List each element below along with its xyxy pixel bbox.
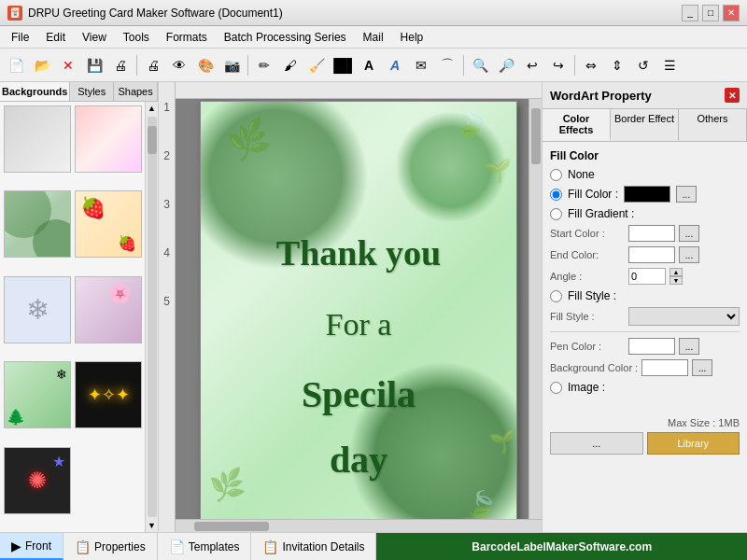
menu-edit[interactable]: Edit: [38, 29, 73, 46]
menu-tools[interactable]: Tools: [116, 29, 157, 46]
curve-button[interactable]: ⌒: [435, 53, 459, 77]
menu-batch[interactable]: Batch Processing Series: [217, 29, 354, 46]
radio-fill-color[interactable]: [550, 189, 562, 201]
rotate-button[interactable]: ↺: [631, 53, 655, 77]
barcode-button[interactable]: ▐█▌: [331, 53, 355, 77]
pen-color-swatch[interactable]: [628, 338, 675, 355]
end-color-swatch[interactable]: [628, 246, 675, 263]
wordart-button[interactable]: A: [383, 53, 407, 77]
status-tab-invitation[interactable]: 📋 Invitation Details: [251, 533, 376, 560]
import-button[interactable]: 📷: [219, 53, 244, 77]
canvas-area: 12345 🌿 🍃 🌱 🌿 🍃 🌱 Thank you For a Specil…: [159, 82, 542, 532]
bg-color-dots-button[interactable]: ...: [692, 359, 712, 376]
brush-button[interactable]: 🖌: [278, 53, 303, 77]
canvas-vscrollbar[interactable]: [529, 99, 542, 519]
tab-others[interactable]: Others: [679, 109, 747, 141]
radio-fill-style-label: Fill Style :: [568, 289, 616, 302]
zoom-out-button[interactable]: 🔎: [494, 53, 518, 77]
panel-thumbnails: 🍓 🍓 ❄ 🌸 🌲 ❄ ✦✧✦ ✺ ★: [0, 102, 145, 532]
open-button[interactable]: 📂: [30, 53, 54, 77]
thumb-1[interactable]: [4, 105, 71, 173]
thumb-6[interactable]: 🌸: [75, 276, 142, 343]
fill-color-dots-button[interactable]: ...: [676, 186, 697, 203]
start-color-swatch[interactable]: [628, 225, 675, 242]
radio-none[interactable]: [550, 169, 562, 181]
minimize-button[interactable]: _: [682, 5, 698, 21]
status-tab-front[interactable]: ▶ Front: [0, 533, 63, 560]
bg-color-swatch[interactable]: [641, 359, 688, 376]
status-tab-templates[interactable]: 📄 Templates: [158, 533, 252, 560]
tab-styles[interactable]: Styles: [70, 82, 114, 101]
end-color-dots-button[interactable]: ...: [679, 246, 699, 263]
eraser-button[interactable]: 🧹: [304, 53, 329, 77]
greeting-card[interactable]: 🌿 🍃 🌱 🌿 🍃 🌱 Thank you For a Specila day: [200, 101, 517, 530]
pen-color-dots-button[interactable]: ...: [679, 338, 699, 355]
angle-up-button[interactable]: ▲: [669, 268, 683, 276]
text-button[interactable]: A: [357, 53, 381, 77]
tab-border-effect[interactable]: Border Effect: [611, 109, 679, 141]
angle-down-button[interactable]: ▼: [669, 276, 683, 285]
design-button[interactable]: 🎨: [193, 53, 218, 77]
fill-style-select[interactable]: [628, 307, 740, 326]
right-panel-tabs: Color Effects Border Effect Others: [543, 109, 747, 142]
menu-formats[interactable]: Formats: [159, 29, 215, 46]
flip-h-button[interactable]: ⇔: [579, 53, 603, 77]
close-button[interactable]: ✕: [723, 5, 740, 21]
wordart-property-title: WordArt Property: [550, 89, 652, 103]
redo-button[interactable]: ↪: [546, 53, 571, 77]
thumb-9[interactable]: ✺ ★: [4, 447, 71, 514]
menu-help[interactable]: Help: [393, 29, 431, 46]
toolbar-sep1: [136, 55, 137, 76]
save-as-button[interactable]: 🖨: [108, 53, 133, 77]
undo-button[interactable]: ↩: [520, 53, 544, 77]
scroll-down-arrow[interactable]: ▼: [146, 519, 158, 532]
thumb-8[interactable]: ✦✧✦: [75, 361, 142, 428]
radio-fill-style[interactable]: [550, 290, 562, 302]
tab-shapes[interactable]: Shapes: [114, 82, 158, 101]
radio-image-label: Image :: [568, 381, 605, 394]
radio-none-label: None: [568, 168, 595, 181]
zoom-in-button[interactable]: 🔍: [468, 53, 492, 77]
canvas-hscrollbar[interactable]: [176, 519, 542, 532]
angle-input[interactable]: [628, 268, 666, 285]
radio-fill-style-row: Fill Style :: [550, 289, 740, 302]
save-button[interactable]: 💾: [82, 53, 106, 77]
panel-scrollbar[interactable]: ▲ ▼: [145, 102, 158, 532]
close-file-button[interactable]: ✕: [56, 53, 80, 77]
dots-action-button[interactable]: ...: [550, 432, 643, 455]
pencil-button[interactable]: ✏: [252, 53, 276, 77]
align-button[interactable]: ☰: [657, 53, 682, 77]
thumb-4[interactable]: 🍓 🍓: [75, 190, 142, 258]
start-color-dots-button[interactable]: ...: [679, 225, 699, 242]
thumb-5[interactable]: ❄: [4, 276, 71, 343]
new-button[interactable]: 📄: [4, 53, 28, 77]
bg-color-row: Background Color : ...: [550, 359, 740, 376]
titlebar-controls[interactable]: _ □ ✕: [682, 5, 740, 21]
thumb-7[interactable]: 🌲 ❄: [4, 361, 71, 428]
menubar: File Edit View Tools Formats Batch Proce…: [0, 26, 747, 49]
flip-v-button[interactable]: ⇕: [605, 53, 629, 77]
print-button[interactable]: 🖨: [141, 53, 165, 77]
radio-fill-gradient[interactable]: [550, 208, 562, 220]
preview-button[interactable]: 👁: [167, 53, 191, 77]
menu-file[interactable]: File: [4, 29, 36, 46]
pen-color-row: Pen Color : ...: [550, 338, 740, 355]
maximize-button[interactable]: □: [702, 5, 719, 21]
menu-mail[interactable]: Mail: [356, 29, 391, 46]
status-tab-properties[interactable]: 📋 Properties: [63, 533, 158, 560]
thumb-2[interactable]: [75, 105, 142, 173]
panel-tabs: Backgrounds Styles Shapes: [0, 82, 158, 102]
library-button[interactable]: Library: [647, 432, 740, 455]
card-text-line4: day: [201, 438, 516, 482]
hscroll-thumb: [194, 522, 269, 531]
tab-backgrounds[interactable]: Backgrounds: [0, 82, 70, 101]
fill-color-swatch[interactable]: [624, 186, 670, 203]
tab-color-effects[interactable]: Color Effects: [543, 109, 611, 141]
radio-image[interactable]: [550, 382, 562, 394]
thumb-3[interactable]: [4, 190, 71, 258]
mail-btn[interactable]: ✉: [409, 53, 433, 77]
scroll-up-arrow[interactable]: ▲: [146, 102, 158, 115]
front-icon: ▶: [11, 539, 21, 553]
menu-view[interactable]: View: [75, 29, 114, 46]
right-panel-close-button[interactable]: ✕: [725, 88, 740, 103]
